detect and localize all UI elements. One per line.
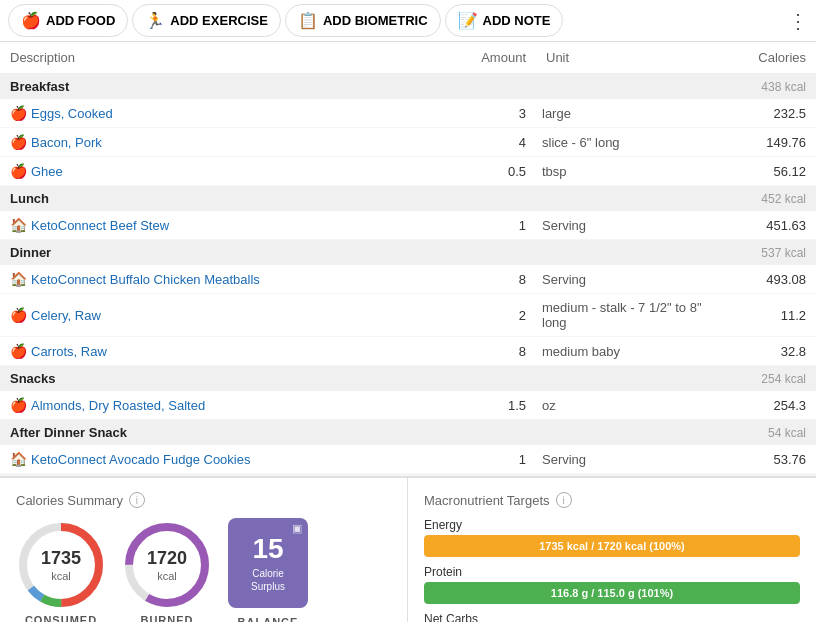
add-exercise-label: ADD EXERCISE [170,13,268,28]
food-calories: 56.12 [736,157,816,186]
food-name-link[interactable]: Almonds, Dry Roasted, Salted [31,398,205,413]
food-row: 🏠KetoConnect Buffalo Chicken Meatballs 8… [0,265,816,294]
top-bar: 🍎 ADD FOOD 🏃 ADD EXERCISE 📋 ADD BIOMETRI… [0,0,816,42]
burned-value: 1720 kcal [147,548,187,583]
meal-header-0: Breakfast 438 kcal [0,74,816,100]
macro-bar-container: 1735 kcal / 1720 kcal (100%) [424,535,800,557]
food-amount: 8 [471,337,536,366]
calories-summary-title: Calories Summary i [16,492,391,508]
col-calories: Calories [736,42,816,74]
food-description: 🍎Eggs, Cooked [0,99,471,128]
meal-kcal: 452 kcal [736,186,816,212]
food-row: 🏠KetoConnect Avocado Fudge Cookies 1 Ser… [0,445,816,474]
calories-summary: Calories Summary i [0,478,408,622]
macro-row-0: Energy 1735 kcal / 1720 kcal (100%) [424,518,800,557]
burned-donut: 1720 kcal [122,520,212,610]
add-food-label: ADD FOOD [46,13,115,28]
macro-bar: 1735 kcal / 1720 kcal (100%) [424,535,800,557]
macro-targets-text: Macronutrient Targets [424,493,550,508]
food-name-link[interactable]: KetoConnect Beef Stew [31,218,169,233]
food-name-link[interactable]: Ghee [31,164,63,179]
consumed-label: CONSUMED [25,614,97,622]
add-exercise-button[interactable]: 🏃 ADD EXERCISE [132,4,281,37]
balance-value: 15 [252,533,283,565]
food-amount: 1.5 [471,391,536,420]
food-name-link[interactable]: Carrots, Raw [31,344,107,359]
food-icon: 🏠 [10,451,27,467]
macro-row-1: Protein 116.8 g / 115.0 g (101%) [424,565,800,604]
consumed-value: 1735 kcal [41,548,81,583]
macro-bar-container: 116.8 g / 115.0 g (101%) [424,582,800,604]
food-icon: 🍎 [10,397,27,413]
food-calories: 32.8 [736,337,816,366]
food-description: 🏠KetoConnect Buffalo Chicken Meatballs [0,265,471,294]
food-row: 🍎Celery, Raw 2 medium - stalk - 7 1/2" t… [0,294,816,337]
food-row: 🍎Carrots, Raw 8 medium baby 32.8 [0,337,816,366]
food-row: 🍎Almonds, Dry Roasted, Salted 1.5 oz 254… [0,391,816,420]
food-unit: large [536,99,736,128]
food-calories: 232.5 [736,99,816,128]
food-name-link[interactable]: Bacon, Pork [31,135,102,150]
burned-wrapper: 1720 kcal BURNED [122,520,212,622]
charts-row: 1735 kcal CONSUMED 1720 kcal [16,518,391,622]
food-description: 🍎Carrots, Raw [0,337,471,366]
macro-name: Energy [424,518,800,532]
calories-info-icon[interactable]: i [129,492,145,508]
food-row: 🍎Eggs, Cooked 3 large 232.5 [0,99,816,128]
food-name-link[interactable]: KetoConnect Buffalo Chicken Meatballs [31,272,260,287]
meal-name: After Dinner Snack [0,420,736,446]
food-icon: 🏠 [10,271,27,287]
burned-label: BURNED [140,614,193,622]
food-amount: 1 [471,211,536,240]
food-icon: 🍎 [10,307,27,323]
food-unit: oz [536,391,736,420]
balance-desc: CalorieSurplus [251,567,285,593]
add-biometric-button[interactable]: 📋 ADD BIOMETRIC [285,4,441,37]
meal-kcal: 54 kcal [736,420,816,446]
meal-name: Lunch [0,186,736,212]
food-calories: 493.08 [736,265,816,294]
food-row: 🍎Ghee 0.5 tbsp 56.12 [0,157,816,186]
col-amount: Amount [471,42,536,74]
add-food-button[interactable]: 🍎 ADD FOOD [8,4,128,37]
food-description: 🍎Celery, Raw [0,294,471,337]
food-amount: 2 [471,294,536,337]
macro-info-icon[interactable]: i [556,492,572,508]
consumed-donut: 1735 kcal [16,520,106,610]
food-name-link[interactable]: Celery, Raw [31,308,101,323]
food-amount: 8 [471,265,536,294]
add-note-button[interactable]: 📝 ADD NOTE [445,4,564,37]
food-row: 🏠KetoConnect Beef Stew 1 Serving 451.63 [0,211,816,240]
macro-targets: Macronutrient Targets i Energy 1735 kcal… [408,478,816,622]
macro-row-2: Net Carbs 24.5 g / 20.0 g (122%) [424,612,800,622]
food-unit: Serving [536,445,736,474]
meal-header-2: Dinner 537 kcal [0,240,816,266]
meal-header-1: Lunch 452 kcal [0,186,816,212]
food-unit: tbsp [536,157,736,186]
food-name-link[interactable]: KetoConnect Avocado Fudge Cookies [31,452,250,467]
meal-name: Dinner [0,240,736,266]
food-description: 🍎Bacon, Pork [0,128,471,157]
food-icon: 🍎 [10,343,27,359]
balance-label: BALANCE [238,616,299,622]
food-unit: medium baby [536,337,736,366]
food-calories: 149.76 [736,128,816,157]
food-amount: 0.5 [471,157,536,186]
meal-kcal: 537 kcal [736,240,816,266]
add-biometric-icon: 📋 [298,11,318,30]
add-food-icon: 🍎 [21,11,41,30]
meal-name: Snacks [0,366,736,392]
more-options-button[interactable]: ⋮ [788,9,808,33]
balance-icon: ▣ [292,522,302,535]
macro-targets-title: Macronutrient Targets i [424,492,800,508]
food-calories: 53.76 [736,445,816,474]
food-icon: 🍎 [10,163,27,179]
food-unit: Serving [536,265,736,294]
consumed-wrapper: 1735 kcal CONSUMED [16,520,106,622]
meal-kcal: 438 kcal [736,74,816,100]
food-description: 🏠KetoConnect Beef Stew [0,211,471,240]
macro-name: Net Carbs [424,612,800,622]
food-description: 🏠KetoConnect Avocado Fudge Cookies [0,445,471,474]
food-amount: 3 [471,99,536,128]
food-name-link[interactable]: Eggs, Cooked [31,106,113,121]
